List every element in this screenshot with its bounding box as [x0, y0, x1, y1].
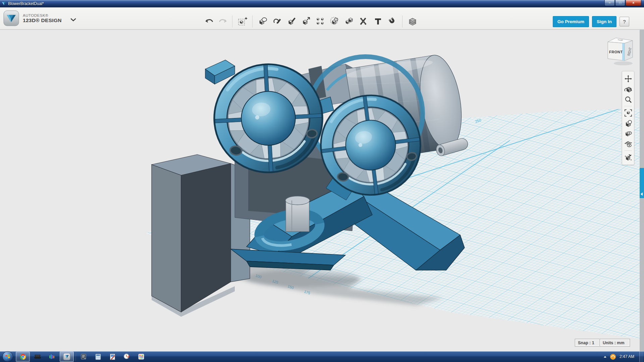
- undo-button[interactable]: [203, 15, 216, 28]
- image-editor-icon: [110, 354, 115, 360]
- viewcube[interactable]: FRONT TOP RIGHT: [604, 33, 637, 66]
- window-titlebar[interactable]: BlowerBracketDual* – □ ×: [0, 0, 644, 7]
- material-button[interactable]: [405, 15, 420, 28]
- pattern-button[interactable]: [313, 15, 327, 28]
- clock-time[interactable]: 2:47 AM: [620, 354, 634, 359]
- clock-icon: [123, 353, 130, 360]
- construct-icon: [287, 17, 296, 26]
- go-premium-button[interactable]: Go Premium: [553, 16, 589, 27]
- toolbar-separator: [232, 15, 232, 27]
- taskbar-app-grid[interactable]: [135, 352, 148, 361]
- transform-move-button[interactable]: [235, 15, 250, 28]
- pan-icon: [625, 75, 632, 82]
- minimize-button[interactable]: –: [604, 0, 615, 6]
- toolbar-separator: [252, 15, 253, 27]
- antivirus-tray-icon[interactable]: [610, 354, 616, 360]
- sign-in-button[interactable]: Sign In: [592, 16, 616, 27]
- measure-icon: [359, 17, 368, 26]
- shading-button[interactable]: [624, 118, 633, 128]
- taskbar-app-media-player[interactable]: [45, 352, 59, 361]
- chrome-icon: [20, 354, 26, 360]
- panel-collapse-tab[interactable]: [640, 168, 644, 198]
- window-title: BlowerBracketDual*: [8, 1, 44, 6]
- nav-separator: [624, 150, 632, 151]
- sketch-button[interactable]: [270, 15, 284, 28]
- fit-view-button[interactable]: [624, 108, 633, 118]
- view-nav-toolbar: [622, 71, 634, 165]
- taskbar-app-calculator[interactable]: [91, 352, 105, 361]
- redo-icon: [218, 17, 227, 26]
- view-settings-button[interactable]: [624, 152, 633, 163]
- taskbar-app-123d-design[interactable]: [60, 352, 74, 362]
- brand-autodesk: AUTODESK®: [23, 13, 62, 18]
- viewcube-front-label: FRONT: [609, 50, 623, 54]
- snap-setting[interactable]: Snap : 1: [575, 339, 602, 347]
- pan-button[interactable]: [624, 73, 633, 84]
- 123d-logo-icon: [3, 10, 19, 26]
- system-tray: 2:47 AM: [604, 351, 644, 362]
- file-manager-icon: [80, 354, 87, 360]
- material-icon: [408, 16, 418, 26]
- sketch-icon: [272, 17, 282, 26]
- taskbar-app-console[interactable]: [31, 352, 44, 361]
- app-window-icon: [2, 1, 6, 6]
- toolbar-separator: [402, 15, 402, 27]
- view-settings-icon: [624, 154, 632, 162]
- console-icon: [34, 354, 41, 359]
- orbit-button[interactable]: [624, 84, 633, 94]
- taskbar-app-chrome[interactable]: [16, 352, 30, 362]
- taskbar-apps: [16, 351, 149, 362]
- show-desktop-button[interactable]: [639, 351, 643, 362]
- combine-button[interactable]: [342, 15, 356, 28]
- help-button[interactable]: ?: [620, 17, 629, 26]
- collapse-arrow-icon: [641, 192, 643, 196]
- taskbar-divider: [75, 352, 75, 361]
- hide-show-button[interactable]: [624, 128, 633, 139]
- app-menu[interactable]: AUTODESK® 123D® DESIGN: [3, 10, 76, 26]
- taskbar-app-image-editor[interactable]: [106, 352, 119, 361]
- restore-button[interactable]: □: [615, 0, 625, 6]
- combine-icon: [344, 17, 354, 26]
- taskbar-app-file-manager[interactable]: [77, 352, 90, 361]
- main-toolbar: [203, 15, 420, 28]
- chevron-down-icon[interactable]: [70, 18, 76, 21]
- text-icon: [373, 17, 383, 26]
- transform-move-icon: [237, 16, 248, 26]
- pattern-icon: [316, 17, 325, 26]
- visibility-icon: [624, 130, 632, 138]
- calculator-icon: [95, 354, 101, 360]
- app-grid-icon: [138, 354, 144, 360]
- brand-123d-design: 123D® DESIGN: [23, 17, 62, 23]
- snap-button[interactable]: [385, 15, 399, 28]
- grid-eye-icon: [624, 140, 632, 148]
- redo-button[interactable]: [216, 15, 229, 28]
- construct-button[interactable]: [284, 15, 299, 28]
- primitives-button[interactable]: [255, 15, 270, 28]
- close-button[interactable]: ×: [626, 0, 641, 6]
- 123d-taskbar-icon: [63, 353, 70, 360]
- 3d-viewport[interactable]: 50 75 100 125 150 175 250: [0, 29, 644, 351]
- taskbar-app-time-tracker[interactable]: [120, 352, 133, 361]
- grid-visibility-button[interactable]: [624, 139, 633, 149]
- units-setting[interactable]: Units : mm: [600, 339, 630, 347]
- app-header: AUTODESK® 123D® DESIGN: [0, 7, 644, 29]
- text-button[interactable]: [371, 15, 385, 28]
- tray-expand-icon[interactable]: [604, 356, 606, 358]
- screen: BlowerBracketDual* – □ × AUTODESK® 123D®…: [0, 0, 644, 362]
- windows-flag-icon: [5, 354, 10, 359]
- nav-separator: [624, 106, 632, 106]
- model-canvas[interactable]: 50 75 100 125 150 175 250: [0, 30, 644, 351]
- undo-icon: [205, 17, 214, 26]
- grouping-button[interactable]: [327, 15, 342, 28]
- zoom-button[interactable]: [624, 94, 633, 105]
- media-player-icon: [49, 354, 55, 360]
- modify-icon: [301, 17, 311, 26]
- snap-icon: [388, 17, 397, 26]
- orbit-icon: [624, 85, 632, 93]
- primitives-icon: [258, 17, 267, 26]
- modify-button[interactable]: [299, 15, 313, 28]
- start-button[interactable]: [2, 351, 13, 362]
- measure-button[interactable]: [356, 15, 371, 28]
- grouping-icon: [330, 17, 339, 26]
- fit-icon: [624, 109, 632, 117]
